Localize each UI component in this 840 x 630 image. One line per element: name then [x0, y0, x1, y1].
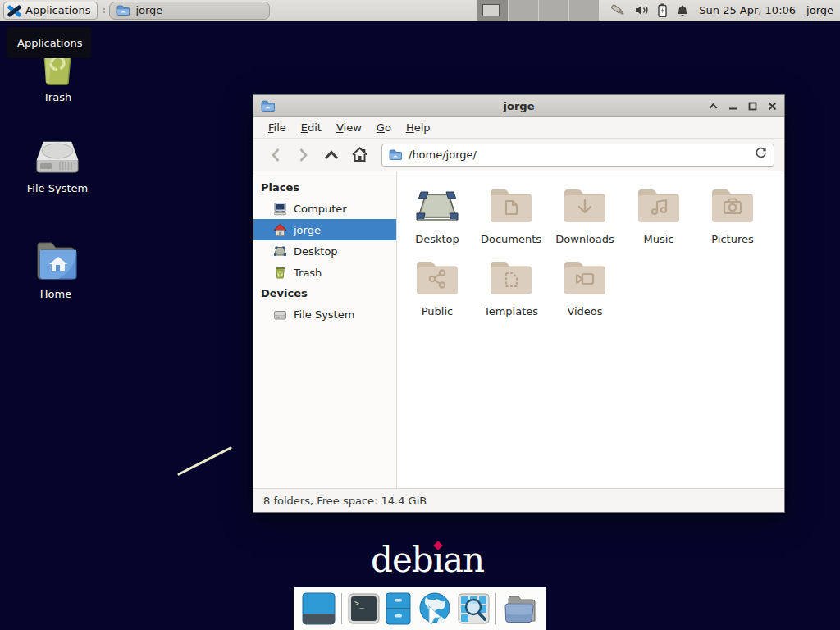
home-folder-icon	[33, 239, 79, 282]
directory-menu-launcher[interactable]	[502, 593, 537, 624]
hard-drive-icon	[35, 135, 80, 176]
desktop-icon-label: Home	[40, 288, 71, 300]
workspace-4[interactable]	[569, 0, 599, 21]
battery-icon[interactable]	[658, 3, 667, 17]
folder-item-downloads[interactable]: Downloads	[548, 178, 622, 250]
file-cabinet-icon	[386, 592, 411, 625]
web-browser-launcher[interactable]	[418, 591, 452, 626]
dock-separator	[341, 593, 342, 624]
workspace-3[interactable]	[539, 0, 569, 21]
desktop-icon-file-system[interactable]: File System	[12, 135, 103, 194]
home-icon	[273, 223, 287, 237]
reload-button[interactable]	[755, 147, 767, 162]
menu-go[interactable]: Go	[370, 119, 398, 136]
panel-separator-handle	[100, 2, 107, 19]
folder-view[interactable]: Desktop Documents	[397, 171, 784, 488]
up-button[interactable]	[319, 144, 344, 167]
sidebar-item-trash[interactable]: Trash	[253, 262, 396, 283]
workspace-1[interactable]	[477, 0, 508, 21]
sidebar-item-label: Trash	[294, 267, 322, 279]
show-desktop-button[interactable]	[302, 592, 336, 625]
places-sidebar: Places Computer jorge	[253, 171, 397, 488]
menu-help[interactable]: Help	[399, 119, 437, 136]
documents-folder-icon	[487, 183, 535, 231]
menu-edit[interactable]: Edit	[294, 119, 328, 136]
menu-bar: File Edit View Go Help	[253, 117, 784, 139]
workspace-switcher	[477, 0, 599, 21]
folder-item-public[interactable]: Public	[400, 250, 474, 322]
menu-view[interactable]: View	[330, 119, 368, 136]
home-button[interactable]	[347, 144, 372, 167]
panel-clock[interactable]: Sun 25 Apr, 10:06	[699, 4, 796, 16]
location-bar[interactable]: /home/jorge/	[381, 144, 774, 167]
sidebar-item-computer[interactable]: Computer	[253, 198, 396, 219]
hard-drive-icon	[273, 308, 287, 322]
volume-icon[interactable]	[635, 4, 649, 16]
terminal-icon: >_	[348, 593, 380, 624]
window-folder-icon	[261, 100, 275, 112]
sidebar-item-file-system[interactable]: File System	[253, 304, 396, 325]
application-finder-launcher[interactable]	[458, 593, 490, 624]
music-folder-icon	[635, 183, 682, 231]
directory-folder-icon	[502, 593, 537, 624]
file-manager-window: jorge File Edit View Go Help	[253, 94, 785, 513]
terminal-launcher[interactable]: >_	[348, 593, 380, 624]
applications-tooltip-text: Applications	[17, 37, 82, 49]
panel-username: jorge	[806, 4, 833, 16]
close-button[interactable]	[768, 102, 777, 111]
window-titlebar[interactable]: jorge	[253, 95, 784, 117]
folder-item-videos[interactable]: Videos	[548, 250, 622, 322]
applications-tooltip: Applications	[7, 27, 91, 58]
system-tray	[610, 3, 689, 17]
stylus-icon[interactable]	[610, 3, 626, 17]
folder-item-music[interactable]: Music	[622, 178, 696, 250]
minimize-button[interactable]	[728, 103, 737, 110]
pictures-folder-icon	[709, 183, 756, 231]
downloads-folder-icon	[561, 183, 609, 231]
sidebar-item-label: Desktop	[294, 245, 338, 258]
xfce-logo-icon	[7, 3, 21, 17]
applications-menu-button[interactable]: Applications	[3, 2, 98, 20]
workspace-window-preview	[482, 4, 500, 16]
desktop-icon	[273, 244, 287, 258]
sidebar-item-label: File System	[294, 308, 354, 321]
current-path[interactable]: /home/jorge/	[409, 148, 748, 161]
folder-item-pictures[interactable]: Pictures	[696, 178, 769, 250]
sidebar-item-label: Computer	[294, 203, 347, 215]
desktop-folder-icon	[413, 183, 461, 231]
folder-item-documents[interactable]: Documents	[474, 178, 548, 250]
folder-icon	[116, 5, 130, 16]
sidebar-header-places: Places	[253, 177, 396, 198]
show-desktop-icon	[302, 592, 336, 625]
back-button[interactable]	[263, 144, 288, 167]
bell-icon[interactable]	[676, 4, 689, 17]
menu-file[interactable]: File	[262, 119, 293, 136]
top-panel: Applications jorge	[0, 0, 840, 21]
sidebar-item-desktop[interactable]: Desktop	[253, 240, 396, 262]
svg-text:>_: >_	[354, 599, 365, 609]
sidebar-item-jorge[interactable]: jorge	[253, 219, 396, 240]
status-bar: 8 folders, Free space: 14.4 GiB	[253, 488, 784, 512]
desktop-icon-home[interactable]: Home	[11, 239, 101, 300]
window-title: jorge	[253, 100, 784, 112]
file-manager-launcher[interactable]	[386, 592, 411, 625]
maximize-button[interactable]	[748, 102, 757, 111]
debian-wordmark: debıan	[371, 540, 484, 580]
sidebar-item-label: jorge	[294, 224, 321, 236]
workspace-2[interactable]	[509, 0, 539, 21]
path-folder-icon	[389, 149, 402, 160]
templates-folder-icon	[487, 255, 535, 303]
trash-icon	[273, 266, 287, 280]
toolbar: /home/jorge/	[253, 139, 784, 171]
forward-button[interactable]	[291, 144, 316, 167]
stray-line-artifact	[174, 443, 236, 479]
applications-menu-label: Applications	[25, 4, 90, 16]
shade-button[interactable]	[709, 103, 718, 110]
app-finder-icon	[458, 593, 490, 624]
folder-item-desktop[interactable]: Desktop	[400, 178, 474, 250]
public-folder-icon	[413, 255, 461, 303]
taskbar-window-button[interactable]: jorge	[109, 2, 270, 20]
web-browser-globe-icon	[418, 591, 452, 626]
dock-separator	[495, 593, 496, 624]
folder-item-templates[interactable]: Templates	[474, 250, 548, 322]
